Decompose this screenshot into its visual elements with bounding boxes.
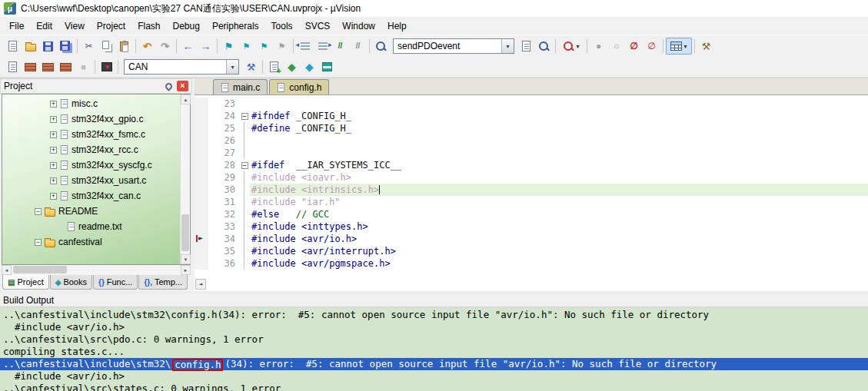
menu-view[interactable]: View — [58, 18, 91, 34]
code-line[interactable]: 32#else // GCC — [195, 208, 868, 220]
breakpoint-margin[interactable] — [195, 196, 208, 208]
menu-debug[interactable]: Debug — [167, 18, 206, 34]
breakpoint-margin[interactable] — [195, 159, 208, 171]
expand-icon[interactable]: + — [50, 162, 57, 169]
breakpoint-margin[interactable]: ► — [195, 233, 208, 245]
nav-back-button[interactable]: ← — [179, 38, 197, 55]
dock-tab-books[interactable]: ◆Books — [50, 275, 92, 290]
scroll-right-icon[interactable]: ► — [181, 265, 191, 275]
find-menu-button[interactable]: ▾ — [558, 38, 584, 55]
editor-scroll-left-icon[interactable]: ◄ — [195, 279, 206, 290]
breakpoint-margin[interactable] — [195, 98, 208, 110]
batch-build-button[interactable] — [57, 58, 75, 75]
indent-button[interactable] — [314, 38, 331, 55]
bookmark-toggle-button[interactable]: ⚑ — [220, 38, 238, 55]
breakpoint-margin[interactable] — [195, 110, 208, 122]
menu-svcs[interactable]: SVCS — [299, 18, 337, 34]
tree-item[interactable]: −canfestival — [2, 234, 180, 250]
undo-button[interactable]: ↶ — [138, 38, 156, 55]
expand-icon[interactable]: + — [50, 131, 57, 138]
find-combobox[interactable]: sendPDOevent▾ — [393, 38, 514, 54]
tree-item[interactable]: +stm32f4xx_fsmc.c — [2, 127, 180, 142]
build-output-line[interactable]: ..\canfestival\src\pdo.c: 0 warnings, 1 … — [0, 333, 868, 346]
build-output-line[interactable]: ..\canfestival\include\stm32\config.h(34… — [0, 309, 868, 321]
save-button[interactable] — [39, 38, 57, 55]
scroll-track[interactable] — [12, 265, 181, 275]
close-icon[interactable]: × — [177, 81, 188, 91]
scroll-up-icon[interactable]: ▲ — [181, 94, 191, 104]
menu-help[interactable]: Help — [381, 18, 413, 34]
tree-item[interactable]: +stm32f4xx_rcc.c — [2, 142, 180, 157]
fold-margin[interactable]: − — [239, 159, 250, 171]
find-in-files-2-button[interactable] — [517, 38, 535, 55]
tree-item[interactable]: +stm32f4xx_syscfg.c — [2, 157, 180, 173]
build-output-body[interactable]: ..\canfestival\include\stm32\config.h(34… — [0, 307, 868, 391]
new-doc-button[interactable] — [4, 38, 22, 55]
find-in-files-button[interactable] — [372, 38, 390, 55]
code-line[interactable]: 27 — [195, 147, 868, 159]
scroll-thumb[interactable] — [181, 214, 189, 251]
fold-collapse-icon[interactable]: − — [241, 113, 248, 120]
editor-tab-main-c[interactable]: main.c — [213, 79, 268, 94]
scroll-left-icon[interactable]: ◄ — [2, 265, 12, 275]
menu-peripherals[interactable]: Peripherals — [206, 18, 265, 34]
uncomment-button[interactable]: // — [349, 38, 367, 55]
select-packs-button[interactable]: ◆ — [301, 58, 318, 75]
bookmark-next-button[interactable]: ⚑ — [255, 38, 273, 55]
scroll-thumb[interactable] — [13, 266, 67, 273]
build-output-line[interactable]: #include <avr/io.h> — [0, 321, 868, 333]
breakpoint-toggle-button[interactable]: ● — [590, 38, 607, 55]
chevron-down-icon[interactable]: ▾ — [226, 60, 238, 74]
copy-button[interactable] — [98, 38, 115, 55]
paste-button[interactable] — [115, 38, 133, 55]
expand-icon[interactable]: + — [50, 101, 57, 108]
breakpoint-disable-button[interactable]: ○ — [607, 38, 625, 55]
dock-tab-project[interactable]: ▤Project — [2, 275, 49, 290]
save-all-button[interactable] — [57, 38, 75, 55]
collapse-icon[interactable]: − — [35, 239, 42, 246]
build-output-line[interactable]: compiling states.c... — [0, 346, 868, 358]
rebuild-button[interactable] — [39, 58, 57, 75]
menu-project[interactable]: Project — [91, 18, 131, 34]
code-line[interactable]: 28−#ifdef __IAR_SYSTEMS_ICC__ — [195, 159, 868, 171]
options-for-target-button[interactable]: ⚒ — [242, 58, 260, 75]
unindent-button[interactable] — [296, 38, 314, 55]
translate-button[interactable] — [4, 58, 22, 75]
tree-vertical-scrollbar[interactable]: ▲ ▼ — [180, 94, 190, 264]
dock-tab-temp[interactable]: {},Temp... — [138, 275, 188, 290]
menu-window[interactable]: Window — [336, 18, 381, 34]
editor-tab-config-h[interactable]: config.h — [269, 79, 329, 94]
code-line[interactable]: 33#include <inttypes.h> — [195, 220, 868, 233]
menu-flash[interactable]: Flash — [131, 18, 166, 34]
tree-horizontal-scrollbar[interactable]: ◄ ► — [2, 265, 191, 275]
code-area[interactable]: ◄ 2324−#ifndef _CONFIG_H_25#define _CONF… — [195, 95, 868, 291]
fold-collapse-icon[interactable]: − — [241, 162, 248, 169]
stop-build-button[interactable]: ■ — [75, 58, 92, 75]
expand-icon[interactable]: + — [50, 193, 57, 200]
menu-edit[interactable]: Edit — [30, 18, 58, 34]
expand-icon[interactable]: + — [50, 116, 57, 123]
build-button[interactable] — [22, 58, 39, 75]
code-line[interactable]: ►34#include <avr/io.h> — [195, 233, 868, 245]
breakpoint-margin[interactable] — [195, 184, 208, 196]
breakpoint-margin[interactable] — [195, 220, 208, 233]
code-line[interactable]: 31#include "iar.h" — [195, 196, 868, 208]
tree-item[interactable]: +stm32f4xx_usart.c — [2, 173, 180, 188]
code-line[interactable]: 25#define _CONFIG_H_ — [195, 122, 868, 134]
download-button[interactable] — [98, 58, 115, 75]
tree-item[interactable]: +misc.c — [2, 96, 180, 111]
code-line[interactable]: 24−#ifndef _CONFIG_H_ — [195, 110, 868, 122]
cut-button[interactable]: ✂ — [80, 38, 98, 55]
scroll-track[interactable] — [181, 104, 190, 254]
breakpoint-margin[interactable] — [195, 208, 208, 220]
breakpoint-margin[interactable] — [195, 134, 208, 147]
breakpoint-margin[interactable] — [195, 171, 208, 184]
open-folder-button[interactable] — [22, 38, 39, 55]
redo-button[interactable]: ↷ — [156, 38, 174, 55]
incremental-find-button[interactable] — [535, 38, 553, 55]
expand-icon[interactable]: + — [50, 147, 57, 154]
breakpoint-margin[interactable] — [195, 257, 208, 270]
code-line[interactable]: 26 — [195, 134, 868, 147]
tree-item[interactable]: +stm32f4xx_gpio.c — [2, 111, 180, 127]
nav-forward-button[interactable]: → — [197, 38, 215, 55]
